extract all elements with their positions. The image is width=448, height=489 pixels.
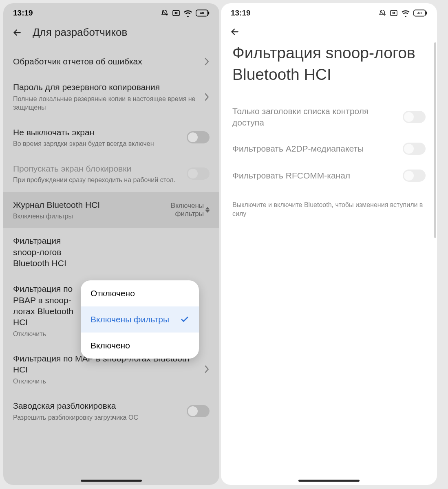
status-bar: 13:19 40 [221,3,437,23]
setting-subtitle: При пробуждении сразу переходить на рабо… [13,176,182,185]
setting-stay-awake[interactable]: Не выключать экран Во время зарядки экра… [13,119,210,156]
setting-subtitle: Отключить [13,330,82,339]
home-indicator[interactable] [81,480,142,482]
wifi-icon [183,9,192,17]
phone-right: 13:19 40 Фильтрация snoop-логов Bluetoot… [221,3,437,485]
settings-list: Только заголовки списка контроля доступа… [221,98,437,218]
wifi-icon [401,9,410,17]
setting-subtitle: Разрешить разблокировку загрузчика ОС [13,413,182,422]
svg-text:40: 40 [417,11,422,15]
setting-subtitle: Включены фильтры [13,212,111,221]
svg-text:40: 40 [200,11,204,15]
phone-left: 13:19 40 Для разработчиков Обработчик от… [3,3,219,485]
setting-title: Фильтрация по PBAP в snoop-логах Bluetoo… [13,283,82,328]
battery-icon: 40 [413,9,427,17]
setting-subtitle: Отключить [13,377,199,386]
status-time: 13:19 [231,9,251,18]
setting-title: Фильтровать A2DP-медиапакеты [232,143,398,154]
toggle-oem-unlock[interactable] [187,405,210,417]
svg-rect-2 [208,12,210,15]
toggle-a2dp[interactable] [403,143,426,155]
setting-title: Только заголовки списка контроля доступа [232,106,398,128]
arrow-left-icon [230,26,240,37]
chevron-up-down-icon [205,207,210,213]
page-title: Для разработчиков [33,26,127,39]
mute-icon [161,9,169,17]
chevron-right-icon [204,57,210,66]
setting-hci-log[interactable]: Журнал Bluetooth HCI Включены фильтры Вк… [3,192,219,228]
setting-title: Фильтровать RFCOMM-канал [232,170,398,181]
battery-icon: 40 [196,9,210,17]
page-header [221,23,437,42]
toggle-rfcomm[interactable] [403,170,426,182]
setting-snoop-filter[interactable]: Фильтрация snoop-логов Bluetooth HCI [13,228,210,276]
mute-icon [378,9,386,17]
setting-bug-report[interactable]: Обработчик отчетов об ошибках [13,48,210,74]
status-icons: 40 [161,9,210,17]
status-time: 13:19 [13,9,33,18]
setting-title: Пропускать экран блокировки [13,163,182,174]
setting-title: Обработчик отчетов об ошибках [13,56,199,67]
settings-list: Обработчик отчетов об ошибках Пароль для… [3,48,219,429]
setting-title: Пароль для резервного копирования [13,82,199,93]
chevron-right-icon [204,365,210,374]
setting-title: Журнал Bluetooth HCI [13,199,111,210]
toggle-acl-headers[interactable] [403,111,426,123]
back-button[interactable] [229,26,241,37]
back-button[interactable] [11,27,23,38]
toggle-stay-awake[interactable] [187,131,210,143]
popup-option-enabled[interactable]: Включено [81,333,199,359]
check-icon [180,315,189,324]
popup-option-disabled[interactable]: Отключено [81,280,199,306]
home-indicator[interactable] [298,480,360,482]
setting-rfcomm-filter[interactable]: Фильтровать RFCOMM-канал [232,162,426,189]
setting-oem-unlock[interactable]: Заводская разблокировка Разрешить разбло… [13,393,210,429]
setting-value: Включены фильтры [171,202,210,218]
arrow-left-icon [12,27,22,38]
setting-title: Фильтрация snoop-логов Bluetooth HCI [13,235,82,269]
setting-title: Заводская разблокировка [13,400,182,411]
setting-subtitle: Во время зарядки экран будет всегда вклю… [13,139,182,148]
page-header: Для разработчиков [3,23,219,48]
scrollbar-thumb[interactable] [434,42,436,238]
setting-subtitle: Полные локальные резервные копии в насто… [13,95,199,112]
svg-rect-6 [426,12,427,15]
setting-a2dp-filter[interactable]: Фильтровать A2DP-медиапакеты [232,135,426,162]
dropdown-popup: Отключено Включены фильтры Включено [81,280,199,359]
setting-backup-password[interactable]: Пароль для резервного копирования Полные… [13,74,210,119]
toggle-skip-lock [187,167,210,180]
status-bar: 13:19 40 [3,3,219,23]
sim-off-icon [390,10,398,16]
page-title: Фильтрация snoop-логов Bluetooth HCI [221,42,437,98]
setting-acl-headers[interactable]: Только заголовки списка контроля доступа [232,98,426,135]
sim-off-icon [172,10,180,16]
popup-option-filters-enabled[interactable]: Включены фильтры [81,306,199,333]
status-icons: 40 [378,9,427,17]
chevron-right-icon [204,93,210,101]
scrollbar-track [434,38,436,456]
footnote-text: Выключите и включите Bluetooth, чтобы из… [232,189,426,219]
setting-title: Не выключать экран [13,127,182,138]
setting-skip-lock: Пропускать экран блокировки При пробужде… [13,156,210,192]
